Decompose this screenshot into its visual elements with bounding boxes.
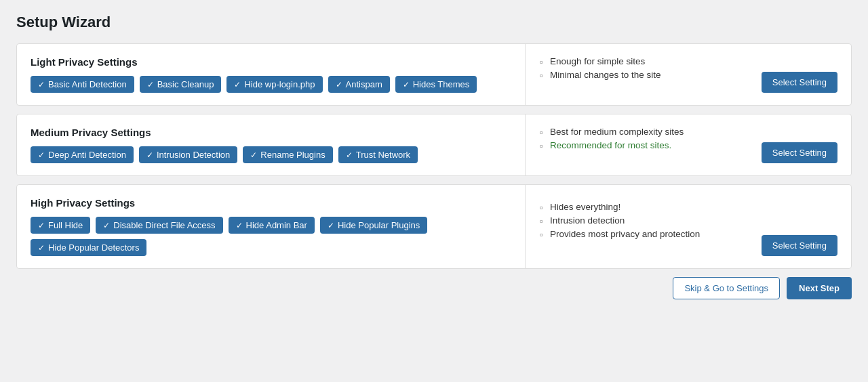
card-light-right: Enough for simple sitesMinimal changes t… <box>526 44 851 105</box>
check-icon: ✓ <box>103 221 110 230</box>
tag-basic-cleanup: ✓ Basic Cleanup <box>140 76 222 93</box>
select-setting-button-medium[interactable]: Select Setting <box>762 142 837 163</box>
tag-intrusion-detection: ✓ Intrusion Detection <box>139 146 237 163</box>
card-medium-right: Best for medium complexity sitesRecommen… <box>526 114 851 175</box>
check-icon: ✓ <box>38 80 45 89</box>
tag-basic-anti-detection: ✓ Basic Anti Detection <box>31 76 134 93</box>
page-title: Setup Wizard <box>16 14 852 31</box>
check-icon: ✓ <box>147 80 154 89</box>
check-icon: ✓ <box>38 150 45 160</box>
card-high-right: Hides everything!Intrusion detectionProv… <box>526 185 851 268</box>
check-icon: ✓ <box>346 150 353 160</box>
select-setting-button-high[interactable]: Select Setting <box>762 235 837 256</box>
tag-hides-themes: ✓ Hides Themes <box>395 76 477 93</box>
card-medium-tags: ✓ Deep Anti Detection✓ Intrusion Detecti… <box>31 146 511 163</box>
bullet-item: Intrusion detection <box>539 215 837 226</box>
check-icon: ✓ <box>250 150 257 160</box>
tag-trust-network: ✓ Trust Network <box>338 146 418 163</box>
tag-hide-wp-login.php: ✓ Hide wp-login.php <box>226 76 322 93</box>
tag-hide-popular-detectors: ✓ Hide Popular Detectors <box>31 239 146 256</box>
check-icon: ✓ <box>38 243 45 253</box>
tag-antispam: ✓ Antispam <box>328 76 390 93</box>
tag-hide-popular-plugins: ✓ Hide Popular Plugins <box>320 217 427 234</box>
bullet-item: Hides everything! <box>539 202 837 212</box>
card-light-left: Light Privacy Settings✓ Basic Anti Detec… <box>17 44 526 105</box>
skip-button[interactable]: Skip & Go to Settings <box>673 277 780 299</box>
tag-rename-plugins: ✓ Rename Plugins <box>243 146 332 163</box>
bullet-item: Enough for simple sites <box>539 56 837 66</box>
check-icon: ✓ <box>146 150 153 160</box>
card-high: High Privacy Settings✓ Full Hide✓ Disabl… <box>16 184 852 269</box>
check-icon: ✓ <box>403 80 410 89</box>
check-icon: ✓ <box>234 80 241 89</box>
card-light-title: Light Privacy Settings <box>31 56 511 68</box>
card-light-tags: ✓ Basic Anti Detection✓ Basic Cleanup✓ H… <box>31 76 511 93</box>
card-medium: Medium Privacy Settings✓ Deep Anti Detec… <box>16 114 852 176</box>
card-high-title: High Privacy Settings <box>31 197 511 209</box>
tag-full-hide: ✓ Full Hide <box>31 217 90 234</box>
select-setting-button-light[interactable]: Select Setting <box>762 72 837 93</box>
bullet-item: Best for medium complexity sites <box>539 127 837 137</box>
card-medium-title: Medium Privacy Settings <box>31 127 511 138</box>
tag-disable-direct-file-access: ✓ Disable Direct File Access <box>96 217 222 234</box>
tag-hide-admin-bar: ✓ Hide Admin Bar <box>229 217 315 234</box>
tag-deep-anti-detection: ✓ Deep Anti Detection <box>31 146 134 163</box>
check-icon: ✓ <box>236 221 243 230</box>
card-light: Light Privacy Settings✓ Basic Anti Detec… <box>16 43 852 106</box>
card-medium-left: Medium Privacy Settings✓ Deep Anti Detec… <box>17 114 526 175</box>
footer-actions: Skip & Go to Settings Next Step <box>16 277 852 299</box>
check-icon: ✓ <box>38 221 45 230</box>
card-high-left: High Privacy Settings✓ Full Hide✓ Disabl… <box>17 185 526 268</box>
card-high-tags: ✓ Full Hide✓ Disable Direct File Access✓… <box>31 217 511 256</box>
next-step-button[interactable]: Next Step <box>787 277 852 299</box>
check-icon: ✓ <box>328 221 334 230</box>
check-icon: ✓ <box>336 80 342 89</box>
